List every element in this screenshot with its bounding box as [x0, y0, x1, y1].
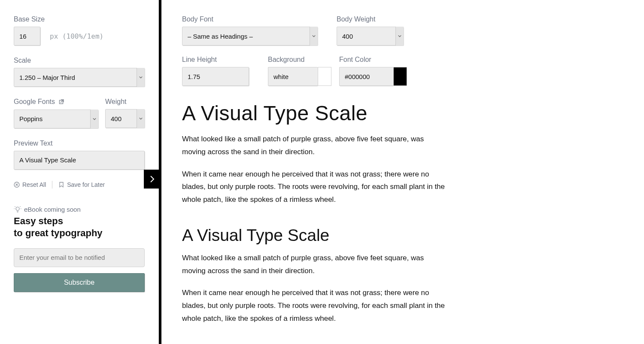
preview-paragraph: What looked like a small patch of purple…: [182, 133, 448, 158]
heading-weight-label: Weight: [105, 98, 145, 106]
close-circle-icon: [14, 182, 20, 188]
ebook-title: Easy steps to great typography: [14, 215, 145, 240]
svg-point-2: [16, 207, 19, 210]
background-label: Background: [268, 56, 331, 64]
preview-text-input[interactable]: [14, 151, 145, 170]
base-size-hint: px (100%/1em): [50, 32, 103, 40]
preview-panel: Body Font – Same as Headings – Body Weig…: [161, 0, 644, 344]
line-height-input[interactable]: [182, 67, 249, 86]
subscribe-button[interactable]: Subscribe: [14, 273, 145, 292]
background-input[interactable]: [268, 67, 318, 86]
google-fonts-label: Google Fonts: [14, 98, 98, 106]
chevron-right-icon: [149, 175, 155, 183]
sidebar-actions: Reset All Save for Later: [14, 181, 145, 189]
base-size-input[interactable]: [14, 27, 40, 46]
body-font-label: Body Font: [182, 15, 318, 23]
body-font-controls: Body Font – Same as Headings – Body Weig…: [182, 15, 623, 46]
bookmark-icon: [58, 182, 64, 188]
external-link-icon[interactable]: [59, 98, 65, 106]
font-color-input[interactable]: [339, 67, 393, 86]
save-later-label: Save for Later: [67, 181, 105, 188]
divider: [52, 181, 52, 189]
base-size-label: Base Size: [14, 15, 145, 23]
lightbulb-icon: [14, 206, 21, 213]
scale-label: Scale: [14, 57, 145, 64]
scale-field: Scale 1.250 – Major Third: [14, 57, 145, 87]
reset-all-label: Reset All: [22, 181, 46, 188]
body-weight-select[interactable]: 400: [337, 27, 404, 46]
ebook-kicker: eBook coming soon: [14, 206, 145, 213]
base-size-field: Base Size px (100%/1em): [14, 15, 145, 46]
typography-controls: Line Height Background Font Color: [182, 56, 623, 86]
font-weight-row: Google Fonts Poppins Weight 400: [14, 98, 145, 128]
preview-paragraph: When it came near enough he perceived th…: [182, 168, 448, 206]
preview-heading-h1: A Visual Type Scale: [182, 101, 623, 125]
sidebar-toggle-button[interactable]: [144, 170, 160, 189]
preview-paragraph: When it came near enough he perceived th…: [182, 286, 448, 325]
line-height-label: Line Height: [182, 56, 249, 64]
font-color-label: Font Color: [339, 56, 407, 64]
preview-text-field: Preview Text: [14, 140, 145, 170]
scale-select[interactable]: 1.250 – Major Third: [14, 68, 145, 87]
preview-text-label: Preview Text: [14, 140, 145, 147]
preview-heading-h2: A Visual Type Scale: [182, 226, 623, 245]
background-swatch[interactable]: [318, 67, 331, 86]
body-weight-label: Body Weight: [337, 15, 404, 23]
preview-paragraph: What looked like a small patch of purple…: [182, 252, 448, 277]
save-later-button[interactable]: Save for Later: [58, 181, 105, 188]
heading-weight-select[interactable]: 400: [105, 109, 145, 128]
settings-sidebar: Base Size px (100%/1em) Scale 1.250 – Ma…: [0, 0, 159, 344]
body-font-select[interactable]: – Same as Headings –: [182, 27, 318, 46]
reset-all-button[interactable]: Reset All: [14, 181, 46, 188]
ebook-promo: eBook coming soon Easy steps to great ty…: [14, 206, 145, 292]
font-color-swatch[interactable]: [393, 67, 407, 86]
google-fonts-select[interactable]: Poppins: [14, 110, 98, 128]
panel-divider: [159, 0, 161, 344]
email-input[interactable]: [14, 248, 145, 267]
